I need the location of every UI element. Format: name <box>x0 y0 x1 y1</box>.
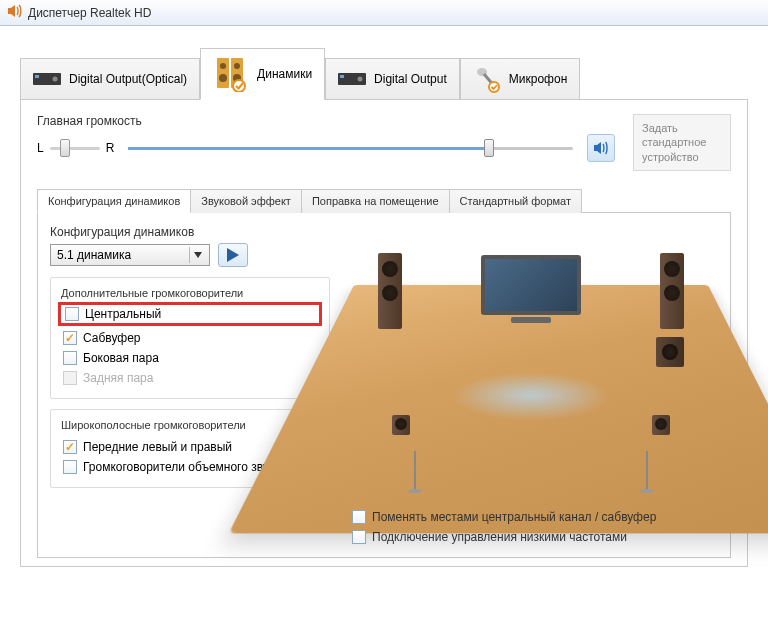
tab-digital-output[interactable]: Digital Output <box>325 58 460 100</box>
master-volume-title: Главная громкость <box>37 114 615 128</box>
subtab-speaker-config[interactable]: Конфигурация динамиков <box>37 189 191 213</box>
speaker-app-icon <box>6 3 22 22</box>
speaker-config-select[interactable]: 5.1 динамика <box>50 244 210 266</box>
tab-digital-output-optical[interactable]: Digital Output(Optical) <box>20 58 200 100</box>
rear-right-stand-icon <box>646 451 648 491</box>
checkbox-label: Громкоговорители объемного звука <box>83 460 281 474</box>
monitor-icon <box>481 255 581 327</box>
checkbox-subwoofer[interactable]: Сабвуфер <box>61 328 319 348</box>
checkbox-label: Боковая пара <box>83 351 159 365</box>
checkbox-swap-center-sub[interactable]: Поменять местами центральный канал / саб… <box>350 507 718 527</box>
svg-point-7 <box>234 63 240 69</box>
sub-tabs: Конфигурация динамиков Звуковой эффект П… <box>37 189 731 213</box>
balance-right-label: R <box>106 141 115 155</box>
subwoofer-icon <box>656 337 684 367</box>
fullrange-speakers-title: Широкополосные громкоговорители <box>57 419 250 431</box>
checkbox-icon <box>63 460 77 474</box>
tab-label: Микрофон <box>509 72 567 86</box>
checkbox-icon <box>65 307 79 321</box>
speakers-icon <box>213 56 249 92</box>
checkbox-label: Центральный <box>85 307 161 321</box>
svg-point-12 <box>358 77 363 82</box>
side-left-speaker-icon <box>392 415 410 435</box>
checkbox-center[interactable]: Центральный <box>58 302 322 326</box>
checkbox-icon <box>352 530 366 544</box>
rear-left-stand-icon <box>414 451 416 491</box>
checkbox-label: Сабвуфер <box>83 331 141 345</box>
front-left-speaker-icon <box>378 253 402 329</box>
subtab-default-format[interactable]: Стандартный формат <box>449 189 582 213</box>
svg-point-14 <box>489 82 499 92</box>
svg-point-9 <box>233 80 245 92</box>
tab-microphone[interactable]: Микрофон <box>460 58 580 100</box>
titlebar: Диспетчер Realtek HD <box>0 0 768 26</box>
tab-label: Digital Output <box>374 72 447 86</box>
svg-point-2 <box>53 77 58 82</box>
checkbox-label: Подключение управления низкими частотами <box>372 530 627 544</box>
speaker-layout-visual[interactable]: Поменять местами центральный канал / саб… <box>344 225 718 545</box>
subtab-room-correction[interactable]: Поправка на помещение <box>301 189 450 213</box>
subtab-panel-config: Конфигурация динамиков 5.1 динамика Допо… <box>37 213 731 558</box>
checkbox-icon <box>63 351 77 365</box>
speaker-config-value: 5.1 динамика <box>57 248 131 262</box>
checkbox-icon <box>63 440 77 454</box>
side-right-speaker-icon <box>652 415 670 435</box>
balance-slider[interactable]: L R <box>37 141 114 155</box>
checkbox-label: Задняя пара <box>83 371 153 385</box>
window-body: Digital Output(Optical) Динамики Digital… <box>0 26 768 577</box>
checkbox-icon <box>63 371 77 385</box>
tab-label: Digital Output(Optical) <box>69 72 187 86</box>
subtab-sound-effect[interactable]: Звуковой эффект <box>190 189 302 213</box>
front-right-speaker-icon <box>660 253 684 329</box>
optional-speakers-group: Дополнительные громкоговорители Централь… <box>50 277 330 399</box>
svg-rect-11 <box>340 75 344 78</box>
checkbox-rear-pair: Задняя пара <box>61 368 319 388</box>
checkbox-label: Поменять местами центральный канал / саб… <box>372 510 656 524</box>
svg-point-6 <box>219 74 227 82</box>
set-default-device-button[interactable]: Задать стандартное устройство <box>633 114 731 171</box>
checkbox-icon <box>352 510 366 524</box>
master-volume-section: Главная громкость L R Задать стандартное <box>37 114 731 171</box>
checkbox-bass-management[interactable]: Подключение управления низкими частотами <box>350 527 718 547</box>
amplifier-icon <box>338 65 366 93</box>
window-title: Диспетчер Realtek HD <box>28 6 151 20</box>
mute-button[interactable] <box>587 134 615 162</box>
speaker-config-label: Конфигурация динамиков <box>50 225 330 239</box>
checkbox-icon <box>63 331 77 345</box>
test-play-button[interactable] <box>218 243 248 267</box>
tab-label: Динамики <box>257 67 312 81</box>
chevron-down-icon <box>189 247 205 263</box>
tab-panel-speakers: Главная громкость L R Задать стандартное <box>20 99 748 567</box>
checkbox-side-pair[interactable]: Боковая пара <box>61 348 319 368</box>
svg-rect-1 <box>35 75 39 78</box>
optional-speakers-title: Дополнительные громкоговорители <box>57 287 247 299</box>
svg-rect-3 <box>217 58 229 88</box>
main-tabs: Digital Output(Optical) Динамики Digital… <box>20 48 748 100</box>
amplifier-icon <box>33 65 61 93</box>
svg-point-5 <box>220 63 226 69</box>
checkbox-label: Передние левый и правый <box>83 440 232 454</box>
master-volume-slider[interactable] <box>128 147 573 150</box>
tab-speakers[interactable]: Динамики <box>200 48 325 100</box>
microphone-icon <box>473 65 501 93</box>
balance-left-label: L <box>37 141 44 155</box>
